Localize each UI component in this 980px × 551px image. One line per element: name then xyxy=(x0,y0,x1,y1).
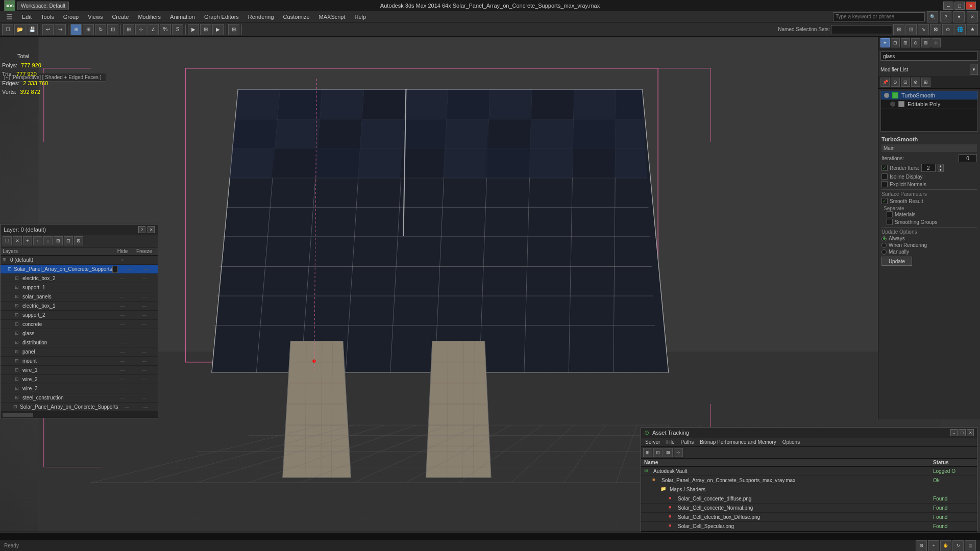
layer-new-btn[interactable]: ☐ xyxy=(3,236,12,245)
layer-row-wire-2[interactable]: ⊡ wire_2 — — xyxy=(1,375,158,384)
render-iters-input[interactable] xyxy=(921,164,936,172)
utilities-tab[interactable]: ⊹ xyxy=(932,38,941,47)
app-icon[interactable]: 3DS xyxy=(4,0,15,11)
modify-tab[interactable]: ⊡ xyxy=(891,38,900,47)
asset-row-max-file[interactable]: ■ Solar_Panel_Array_on_Concrete_Supports… xyxy=(641,476,977,485)
asset-panel-max[interactable]: □ xyxy=(959,429,966,436)
zoom-all-btn[interactable]: ⊡ xyxy=(916,540,927,552)
spinner-snap-btn[interactable]: S xyxy=(172,24,183,35)
render-iters-spinner[interactable]: ▲▼ xyxy=(938,164,944,172)
menu-modifiers[interactable]: Modifiers xyxy=(134,13,165,21)
asset-panel-close[interactable]: ✕ xyxy=(967,429,974,436)
field-of-view-btn[interactable]: ◎ xyxy=(965,540,976,552)
asset-menu-bitmap[interactable]: Bitmap Performance and Memory xyxy=(698,439,778,445)
move-btn[interactable]: ⊞ xyxy=(83,24,94,35)
menu-help[interactable]: Help xyxy=(351,13,371,21)
asset-tb-2[interactable]: ⊡ xyxy=(653,448,663,457)
hierarchy-tab[interactable]: ⊞ xyxy=(901,38,910,47)
curve-editor-btn[interactable]: ∿ xyxy=(918,24,929,35)
modifier-search-input[interactable] xyxy=(880,52,978,61)
menu-tools[interactable]: Tools xyxy=(37,13,58,21)
layer-row-solar-array[interactable]: ⊡ Solar_Panel_Array_on_Concrete_Supports… xyxy=(1,265,158,274)
menu-views[interactable]: Views xyxy=(84,13,107,21)
modifier-stack[interactable]: TurboSmooth Editable Poly xyxy=(880,91,978,132)
asset-menu-file[interactable]: File xyxy=(664,439,676,445)
layer-row-support-2[interactable]: ⊡ support_2 — — xyxy=(1,311,158,320)
layer-row-concrete[interactable]: ⊡ concrete — — xyxy=(1,320,158,329)
redo-btn[interactable]: ↪ xyxy=(55,24,66,35)
search-extra-btn2[interactable]: ✕ xyxy=(967,11,978,22)
make-unique-btn[interactable]: ⊡ xyxy=(901,78,910,87)
zoom-btn[interactable]: + xyxy=(928,540,939,552)
layer-row-distribution[interactable]: ⊡ distribution — — xyxy=(1,338,158,347)
smoothing-groups-checkbox[interactable] xyxy=(887,219,893,225)
turbosmooth-modifier[interactable]: TurboSmooth xyxy=(881,91,977,100)
menu-file[interactable]: ☰ xyxy=(2,12,17,22)
manually-radio[interactable] xyxy=(881,249,887,255)
editable-poly-modifier[interactable]: Editable Poly xyxy=(881,100,977,109)
layer-row-support-1[interactable]: ⊡ support_1 — — xyxy=(1,283,158,292)
asset-menu-server[interactable]: Server xyxy=(643,439,662,445)
menu-graph-editors[interactable]: Graph Editors xyxy=(200,13,243,21)
angle-snap-btn[interactable]: ∠ xyxy=(148,24,159,35)
asset-row-diffuse[interactable]: ■ Solar_Cell_concerte_diffuse.png Found xyxy=(641,494,977,504)
remove-modifier-btn[interactable]: ⊗ xyxy=(911,78,920,87)
undo-btn[interactable]: ↩ xyxy=(42,24,54,35)
motion-tab[interactable]: ⊙ xyxy=(911,38,920,47)
search-button[interactable]: 🔍 xyxy=(927,11,938,22)
quick-render-btn[interactable]: ▶ xyxy=(212,24,224,35)
menu-rendering[interactable]: Rendering xyxy=(244,13,278,21)
schematic-btn[interactable]: ⊠ xyxy=(930,24,941,35)
new-btn[interactable]: ☐ xyxy=(2,24,13,35)
display-tab[interactable]: ⊠ xyxy=(921,38,930,47)
modifier-list-dropdown[interactable]: ▼ xyxy=(970,64,978,75)
asset-row-maps-folder[interactable]: 📁 Maps / Shaders xyxy=(641,485,977,494)
layer-row-panel[interactable]: ⊡ panel — — xyxy=(1,347,158,357)
when-rendering-radio[interactable] xyxy=(881,243,887,248)
layer-panel-close[interactable]: ✕ xyxy=(148,226,155,233)
material-editor-btn[interactable]: ⊙ xyxy=(942,24,953,35)
render-env-btn[interactable]: 🌐 xyxy=(954,24,966,35)
save-btn[interactable]: 💾 xyxy=(27,24,38,35)
layer-row-default[interactable]: ⊞ 0 (default) ✓ xyxy=(1,256,158,265)
snaps-btn[interactable]: ⊹ xyxy=(135,24,146,35)
layer-delete-btn[interactable]: ✕ xyxy=(13,236,22,245)
layer-row-glass[interactable]: ⊡ glass — — xyxy=(1,329,158,338)
scale-btn[interactable]: ⊡ xyxy=(107,24,118,35)
asset-tb-4[interactable]: ⊹ xyxy=(674,448,683,457)
select-btn[interactable]: ⊕ xyxy=(70,24,82,35)
layer-row-steel-construction[interactable]: ⊡ steel_construction — — xyxy=(1,393,158,403)
always-radio[interactable] xyxy=(881,236,887,241)
layer-scrollbar-thumb[interactable] xyxy=(3,413,33,417)
isoline-checkbox[interactable] xyxy=(881,173,888,180)
percent-snap-btn[interactable]: % xyxy=(160,24,171,35)
layer-row-mount[interactable]: ⊡ mount — — xyxy=(1,357,158,366)
layer-row-electric-box-1[interactable]: ⊡ electric_box_1 — — xyxy=(1,302,158,311)
menu-animation[interactable]: Animation xyxy=(166,13,199,21)
menu-group[interactable]: Group xyxy=(59,13,83,21)
asset-tb-3[interactable]: ⊠ xyxy=(664,448,673,457)
show-end-result-btn[interactable]: ⊙ xyxy=(891,78,900,87)
menu-create[interactable]: Create xyxy=(108,13,133,21)
named-selection-input[interactable] xyxy=(831,25,892,34)
materials-checkbox[interactable] xyxy=(887,211,893,217)
asset-tb-1[interactable]: ⊞ xyxy=(643,448,652,457)
open-btn[interactable]: 📂 xyxy=(14,24,26,35)
asset-menu-options[interactable]: Options xyxy=(780,439,802,445)
layer-row-wire-3[interactable]: ⊡ wire_3 — — xyxy=(1,384,158,393)
layer-move-down-btn[interactable]: ↓ xyxy=(43,236,53,245)
asset-row-specular[interactable]: ■ Solar_Cell_Specular.png Found xyxy=(641,522,977,531)
layer-row-solar-array-2[interactable]: ⊡ Solar_Panel_Array_on_Concrete_Supports… xyxy=(1,403,158,412)
mirror-btn[interactable]: ⊞ xyxy=(893,24,904,35)
layer-extra-btn2[interactable]: ⊡ xyxy=(64,236,73,245)
menu-maxscript[interactable]: MAXScript xyxy=(315,13,350,21)
create-tab[interactable]: ✦ xyxy=(880,38,890,47)
workspace-dropdown[interactable]: Workspace: Default xyxy=(17,2,69,10)
asset-row-normal[interactable]: ■ Solar_Cell_concerte_Normal.png Found xyxy=(641,504,977,513)
search-input[interactable] xyxy=(833,12,925,21)
render-type-btn[interactable]: ⊞ xyxy=(200,24,211,35)
asset-row-vault[interactable]: ⊞ Autodesk Vault Logged O xyxy=(641,467,977,476)
configure-modifier-sets-btn[interactable]: ⊞ xyxy=(921,78,930,87)
rotate-btn[interactable]: ↻ xyxy=(95,24,106,35)
iterations-input[interactable] xyxy=(959,154,977,162)
